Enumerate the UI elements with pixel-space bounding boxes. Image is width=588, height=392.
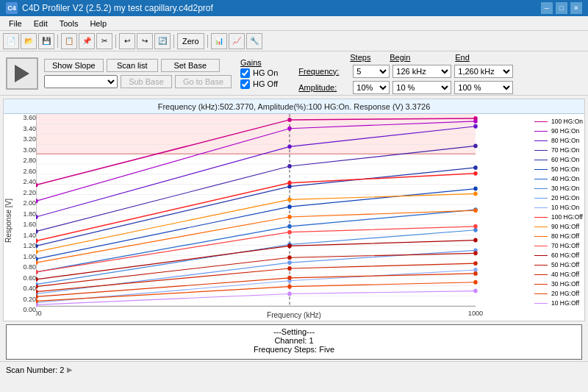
legend-60-on: 60 HG:On: [534, 155, 583, 165]
dot: [287, 164, 292, 168]
dot: [36, 270, 38, 274]
dot: [287, 204, 292, 209]
tb-sep2: [115, 35, 116, 48]
legend-40-on: 40 HG:On: [534, 174, 583, 184]
minimize-button[interactable]: ─: [541, 2, 553, 14]
legend-50-off: 50 HG:Off: [534, 260, 583, 270]
dot: [473, 224, 478, 229]
dot: [287, 126, 292, 131]
legend-area: 100 HG:On 90 HG:On 80 HG:On 70 HG:On 60 …: [534, 117, 583, 308]
tb-refresh[interactable]: 🔄: [154, 33, 171, 49]
legend-10-off: 10 HG:Off: [534, 299, 583, 308]
end-header: End: [455, 53, 470, 62]
hg-on-checkbox[interactable]: [240, 68, 250, 78]
legend-10-on: 10 HG:On: [534, 203, 583, 213]
begin-amp-select[interactable]: 10 %: [392, 81, 451, 94]
setting-line2: Channel: 1: [12, 336, 576, 345]
tb-undo[interactable]: ↩: [119, 33, 135, 49]
tb-cut[interactable]: ✂: [96, 33, 112, 49]
tb-chart3[interactable]: 🔧: [246, 33, 262, 49]
dot: [473, 187, 478, 191]
menu-bar: File Edit Tools Help: [0, 16, 588, 31]
legend-20-on: 20 HG:On: [534, 193, 583, 203]
legend-70-on: 70 HG:On: [534, 146, 583, 155]
dot: [473, 208, 478, 213]
legend-80-off: 80 HG:Off: [534, 232, 583, 241]
tb-paste[interactable]: 📌: [79, 33, 95, 49]
chart-info-text: Frequency (kHz):502.3770, Amplitude(%):1…: [158, 102, 431, 111]
frequency-label: Frequency:: [298, 67, 350, 76]
steps-header: Steps: [350, 53, 387, 62]
dot: [36, 249, 38, 254]
tb-sep1: [57, 35, 58, 48]
dropdown-select[interactable]: [44, 75, 118, 88]
dot: [287, 276, 292, 280]
legend-20-off: 20 HG:Off: [534, 289, 583, 299]
hg-off-checkbox[interactable]: [240, 79, 250, 89]
line-50-hg-on: [36, 189, 476, 260]
dot: [287, 266, 292, 271]
line-40-hg-off: [36, 263, 476, 291]
set-base-button[interactable]: Set Base: [161, 59, 220, 72]
menu-help[interactable]: Help: [84, 18, 112, 29]
tb-open[interactable]: 📂: [21, 33, 37, 49]
dot: [473, 251, 478, 255]
tb-new[interactable]: 📄: [3, 33, 19, 49]
scan-number-label: Scan Number: 2: [6, 366, 64, 374]
tb-chart2[interactable]: 📈: [229, 33, 245, 49]
begin-freq-select[interactable]: 126 kHz: [392, 65, 451, 78]
go-to-base-button[interactable]: Go to Base: [175, 75, 232, 88]
amp-steps-select[interactable]: 10%: [353, 81, 390, 94]
dot: [287, 292, 292, 296]
dot: [36, 229, 38, 234]
params-header-row: Steps Begin End: [298, 53, 513, 62]
dot: [287, 181, 292, 185]
hg-on-label: HG On: [253, 68, 278, 77]
tb-copy[interactable]: 📋: [61, 33, 77, 49]
legend-50-on: 50 HG:On: [534, 165, 583, 174]
dot: [287, 285, 292, 289]
y-label-220: 2.20: [5, 189, 36, 196]
close-button[interactable]: ✕: [570, 2, 582, 14]
legend-40-off: 40 HG:Off: [534, 270, 583, 279]
tb-redo[interactable]: ↪: [137, 33, 153, 49]
status-icon: ▶: [67, 366, 73, 374]
tb-sep4: [207, 35, 208, 48]
dot: [287, 224, 292, 229]
tb-save[interactable]: 💾: [38, 33, 54, 49]
end-freq-select[interactable]: 1,260 kHz: [454, 65, 513, 78]
dot: [287, 197, 292, 202]
maximize-button[interactable]: □: [556, 2, 567, 14]
line-70-hg-on: [36, 146, 476, 231]
dot: [36, 183, 38, 188]
tb-chart1[interactable]: 📊: [211, 33, 227, 49]
menu-file[interactable]: File: [3, 18, 28, 29]
chart-area: Frequency (kHz):502.3770, Amplitude(%):1…: [3, 99, 585, 321]
end-amp-select[interactable]: 100 %: [454, 81, 513, 94]
dot: [36, 199, 38, 203]
line-50-hg-off: [36, 253, 476, 286]
menu-tools[interactable]: Tools: [54, 18, 85, 29]
line-30-hg-off: [36, 274, 476, 297]
steps-select[interactable]: 510: [353, 65, 390, 78]
status-bar: Scan Number: 2 ▶: [0, 361, 588, 377]
dot: [473, 191, 478, 196]
dot: [473, 124, 478, 129]
dot: [287, 255, 292, 260]
legend-100-off: 100 HG:Off: [534, 213, 583, 222]
show-slope-button[interactable]: Show Slope: [44, 59, 104, 72]
scan-list-button[interactable]: Scan list: [107, 59, 158, 72]
dot: [473, 289, 478, 293]
sub-base-button[interactable]: Sub Base: [121, 75, 172, 88]
x-axis-label: Frequency (kHz): [267, 311, 321, 319]
y-label-320: 3.20: [5, 135, 36, 143]
zero-button[interactable]: Zero: [177, 33, 204, 49]
dot: [287, 260, 292, 265]
x-tick-100: 100: [36, 309, 42, 317]
play-button[interactable]: [6, 57, 38, 90]
dot: [36, 215, 38, 219]
menu-edit[interactable]: Edit: [28, 18, 54, 29]
x-tick-1000: 1000: [468, 309, 483, 317]
legend-80-on: 80 HG:On: [534, 136, 583, 146]
ctrl-row1: Show Slope Scan list Set Base: [44, 59, 232, 72]
